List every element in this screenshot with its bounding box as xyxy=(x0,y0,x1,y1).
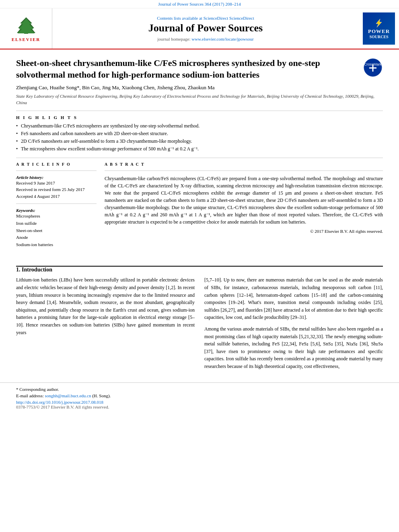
accepted-date: Accepted 4 August 2017 xyxy=(16,193,97,200)
keyword-5: Sodium-ion batteries xyxy=(16,241,97,249)
sciencedirect-text: Contents lists available at ScienceDirec… xyxy=(157,16,254,21)
highlight-item-4: The microspheres show excellent sodium-s… xyxy=(16,146,383,152)
divider-1 xyxy=(16,111,383,111)
keywords-label: Keywords: xyxy=(16,208,97,213)
history-label: Article history: xyxy=(16,175,97,180)
body-left: Lithium-ion batteries (LIBs) have been s… xyxy=(16,276,195,374)
article-number: Journal of Power Sources 364 (2017) 208–… xyxy=(158,2,241,6)
elsevier-label: ELSEVIER xyxy=(12,37,41,42)
affiliation: State Key Laboratory of Chemical Resourc… xyxy=(16,93,383,106)
highlights-list: Chrysanthemum-like C/FeS microspheres ar… xyxy=(16,123,383,152)
article-title-section: Sheet-on-sheet chrysanthemum-like C/FeS … xyxy=(16,58,383,80)
article-info-abstract: A R T I C L E I N F O Article history: R… xyxy=(16,162,383,251)
highlight-item-3: 2D C/FeS nanosheets are self-assembled t… xyxy=(16,138,383,144)
logo-power: POWER xyxy=(368,28,390,35)
received-revised: Received in revised form 25 July 2017 xyxy=(16,186,97,193)
article-info-title: A R T I C L E I N F O xyxy=(16,162,97,166)
elsevier-tree-logo xyxy=(12,15,40,35)
crossmark-svg: CrossMark xyxy=(363,58,383,78)
logo-sources: SOURCES xyxy=(369,35,388,39)
received-date: Received 9 June 2017 xyxy=(16,180,97,187)
article-info-col: A R T I C L E I N F O Article history: R… xyxy=(16,162,97,251)
crossmark-badge[interactable]: CrossMark xyxy=(363,58,383,78)
elsevier-logo-area: ELSEVIER xyxy=(0,8,52,49)
homepage-url[interactable]: www.elsevier.com/locate/jpowsour xyxy=(191,37,253,41)
doi-line[interactable]: http://dx.doi.org/10.1016/j.jpowsour.201… xyxy=(16,400,383,405)
body-two-col: Lithium-ion batteries (LIBs) have been s… xyxy=(16,276,383,374)
highlight-item-2: FeS nanosheets and carbon nanosheets are… xyxy=(16,131,383,137)
divider-info xyxy=(16,170,97,171)
keyword-2: Iron sulfide xyxy=(16,220,97,227)
highlights-section: H I G H L I G H T S Chrysanthemum-like C… xyxy=(16,115,383,152)
svg-marker-3 xyxy=(376,19,382,27)
issn-line: 0378-7753/© 2017 Elsevier B.V. All right… xyxy=(16,405,383,409)
keyword-4: Anode xyxy=(16,234,97,241)
power-bolt-icon xyxy=(373,18,385,28)
sciencedirect-link[interactable]: ScienceDirect xyxy=(229,16,254,21)
article-number-bar: Journal of Power Sources 364 (2017) 208–… xyxy=(0,0,399,8)
journal-homepage: journal homepage: www.elsevier.com/locat… xyxy=(157,37,253,41)
divider-keywords xyxy=(16,203,97,204)
abstract-col: A B S T R A C T Chrysanthemum-like carbo… xyxy=(105,162,383,251)
authors: Zhenjiang Cao, Huaihe Song*, Bin Cao, Ji… xyxy=(16,84,383,91)
journal-header: ELSEVIER Contents lists available at Sci… xyxy=(0,8,399,49)
email-link[interactable]: songhh@mail.buct.edu.cn xyxy=(45,393,91,398)
journal-logo-box: POWER SOURCES xyxy=(363,12,395,45)
keywords-section: Keywords: Microspheres Iron sulfide Shee… xyxy=(16,208,97,248)
body-text-right-2: Among the various anode materials of SIB… xyxy=(204,325,383,370)
page: Journal of Power Sources 364 (2017) 208–… xyxy=(0,0,399,413)
highlights-title: H I G H L I G H T S xyxy=(16,115,383,120)
body-right: [5,7–10]. Up to now, there are numerous … xyxy=(204,276,383,374)
footer: * Corresponding author. E-mail address: … xyxy=(0,382,399,413)
keyword-1: Microspheres xyxy=(16,213,97,220)
abstract-text: Chrysanthemum-like carbon/FeS microspher… xyxy=(105,175,383,226)
email-author: (H. Song). xyxy=(92,393,111,398)
body-content: 1. Introduction Lithium-ion batteries (L… xyxy=(0,267,399,382)
journal-center: Contents lists available at ScienceDirec… xyxy=(52,8,359,49)
journal-title: Journal of Power Sources xyxy=(148,22,263,34)
body-text-right-1: [5,7–10]. Up to now, there are numerous … xyxy=(204,276,383,321)
main-content: Sheet-on-sheet chrysanthemum-like C/FeS … xyxy=(0,49,399,266)
divider-abstract xyxy=(105,170,383,171)
email-line: E-mail address: songhh@mail.buct.edu.cn … xyxy=(16,393,383,398)
divider-2 xyxy=(16,158,383,158)
copyright: © 2017 Elsevier B.V. All rights reserved… xyxy=(105,229,383,234)
intro-heading: 1. Introduction xyxy=(16,267,383,273)
highlight-item-1: Chrysanthemum-like C/FeS microspheres ar… xyxy=(16,123,383,129)
corresponding-author: * Corresponding author. xyxy=(16,387,383,392)
article-title: Sheet-on-sheet chrysanthemum-like C/FeS … xyxy=(16,58,357,80)
abstract-title: A B S T R A C T xyxy=(105,162,383,166)
history-section: Article history: Received 9 June 2017 Re… xyxy=(16,175,97,200)
body-text-left-1: Lithium-ion batteries (LIBs) have been s… xyxy=(16,276,195,336)
journal-logo-area: POWER SOURCES xyxy=(359,8,399,49)
keyword-3: Sheet-on-sheet xyxy=(16,227,97,234)
